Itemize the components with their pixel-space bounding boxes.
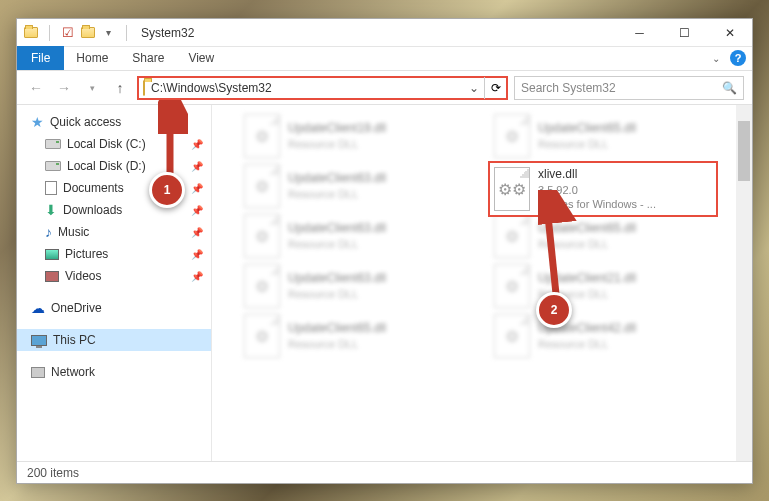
videos-icon xyxy=(45,271,59,282)
up-button[interactable]: ↑ xyxy=(109,77,131,99)
maximize-button[interactable]: ☐ xyxy=(662,19,707,47)
sidebar-network[interactable]: Network xyxy=(17,361,211,383)
file-item[interactable]: ⚙UpdateClient19.dllResource DLL xyxy=(242,111,462,161)
pin-icon: 📌 xyxy=(191,271,203,282)
address-bar[interactable]: C:\Windows\System32 ⌄ ⟳ xyxy=(137,76,508,100)
music-icon: ♪ xyxy=(45,224,52,240)
scroll-thumb[interactable] xyxy=(738,121,750,181)
network-icon xyxy=(31,367,45,378)
sidebar-local-c[interactable]: Local Disk (C:)📌 xyxy=(17,133,211,155)
file-item[interactable]: ⚙UpdateClient63.dllResource DLL xyxy=(242,161,462,211)
sidebar-local-d[interactable]: Local Disk (D:)📌 xyxy=(17,155,211,177)
dll-icon: ⚙ xyxy=(244,314,280,358)
address-path: C:\Windows\System32 xyxy=(149,81,464,95)
pc-icon xyxy=(31,335,47,346)
search-input[interactable]: Search System32 🔍 xyxy=(514,76,744,100)
minimize-button[interactable]: ─ xyxy=(617,19,662,47)
sidebar-this-pc[interactable]: This PC xyxy=(17,329,211,351)
file-item[interactable]: ⚙UpdateClient65.dllResource DLL xyxy=(492,211,712,261)
file-version: 3.5.92.0 xyxy=(538,183,656,197)
ribbon-collapse-icon[interactable]: ⌄ xyxy=(712,53,720,64)
titlebar: ☑ ▾ System32 ─ ☐ ✕ xyxy=(17,19,752,47)
pin-icon: 📌 xyxy=(191,139,203,150)
item-count: 200 items xyxy=(27,466,79,480)
dll-icon: ⚙ xyxy=(494,264,530,308)
drive-icon xyxy=(45,139,61,149)
navigation-bar: ← → ▾ ↑ C:\Windows\System32 ⌄ ⟳ Search S… xyxy=(17,71,752,105)
recent-dropdown-icon[interactable]: ▾ xyxy=(81,77,103,99)
forward-button[interactable]: → xyxy=(53,77,75,99)
sidebar-videos[interactable]: Videos📌 xyxy=(17,265,211,287)
dll-icon: ⚙ xyxy=(244,214,280,258)
callout-1: 1 xyxy=(149,172,185,208)
dll-icon: ⚙ xyxy=(494,114,530,158)
scrollbar[interactable] xyxy=(736,105,752,461)
sidebar-onedrive[interactable]: ☁OneDrive xyxy=(17,297,211,319)
file-item[interactable]: ⚙UpdateClient63.dllResource DLL xyxy=(242,211,462,261)
search-icon: 🔍 xyxy=(722,81,737,95)
file-tab[interactable]: File xyxy=(17,46,64,70)
new-folder-icon[interactable] xyxy=(80,25,96,41)
quick-access-toolbar: ☑ ▾ xyxy=(17,25,139,41)
file-name: xlive.dll xyxy=(538,167,656,183)
body-area: ★Quick access Local Disk (C:)📌 Local Dis… xyxy=(17,105,752,461)
cloud-icon: ☁ xyxy=(31,300,45,316)
dll-icon: ⚙ xyxy=(244,114,280,158)
view-tab[interactable]: View xyxy=(176,46,226,70)
file-list[interactable]: ⚙UpdateClient19.dllResource DLL ⚙UpdateC… xyxy=(212,105,752,461)
file-item[interactable]: ⚙UpdateClient21.dllResource DLL xyxy=(492,261,712,311)
dll-icon: ⚙⚙ xyxy=(494,167,530,211)
dll-icon: ⚙ xyxy=(494,214,530,258)
file-item-xlive[interactable]: ⚙⚙ xlive.dll 3.5.92.0 Games for Windows … xyxy=(488,161,718,217)
pin-icon: 📌 xyxy=(191,205,203,216)
address-dropdown-icon[interactable]: ⌄ xyxy=(464,81,484,95)
pin-icon: 📌 xyxy=(191,161,203,172)
status-bar: 200 items xyxy=(17,461,752,483)
ribbon-tabs: File Home Share View ⌄ ? xyxy=(17,47,752,71)
folder-icon xyxy=(23,25,39,41)
dll-icon: ⚙ xyxy=(244,164,280,208)
pin-icon: 📌 xyxy=(191,227,203,238)
drive-icon xyxy=(45,161,61,171)
sidebar-quick-access[interactable]: ★Quick access xyxy=(17,111,211,133)
navigation-pane: ★Quick access Local Disk (C:)📌 Local Dis… xyxy=(17,105,212,461)
file-item[interactable]: ⚙UpdateClient65.dllResource DLL xyxy=(492,111,712,161)
download-icon: ⬇ xyxy=(45,202,57,218)
pictures-icon xyxy=(45,249,59,260)
callout-2: 2 xyxy=(536,292,572,328)
star-icon: ★ xyxy=(31,114,44,130)
search-placeholder: Search System32 xyxy=(521,81,616,95)
sidebar-music[interactable]: ♪Music📌 xyxy=(17,221,211,243)
dll-icon: ⚙ xyxy=(244,264,280,308)
sidebar-pictures[interactable]: Pictures📌 xyxy=(17,243,211,265)
help-icon[interactable]: ? xyxy=(730,50,746,66)
back-button[interactable]: ← xyxy=(25,77,47,99)
file-item[interactable]: ⚙UpdateClient63.dllResource DLL xyxy=(242,261,462,311)
share-tab[interactable]: Share xyxy=(120,46,176,70)
refresh-button[interactable]: ⟳ xyxy=(484,77,506,99)
explorer-window: ☑ ▾ System32 ─ ☐ ✕ File Home Share View … xyxy=(16,18,753,484)
close-button[interactable]: ✕ xyxy=(707,19,752,47)
pin-icon: 📌 xyxy=(191,249,203,260)
file-item[interactable]: ⚙UpdateClient42.dllResource DLL xyxy=(492,311,712,361)
properties-icon[interactable]: ☑ xyxy=(60,25,76,41)
window-title: System32 xyxy=(139,26,194,40)
file-item[interactable]: ⚙UpdateClient65.dllResource DLL xyxy=(242,311,462,361)
qat-dropdown-icon[interactable]: ▾ xyxy=(100,25,116,41)
dll-icon: ⚙ xyxy=(494,314,530,358)
folder-icon xyxy=(139,81,149,95)
sidebar-downloads[interactable]: ⬇Downloads📌 xyxy=(17,199,211,221)
home-tab[interactable]: Home xyxy=(64,46,120,70)
pin-icon: 📌 xyxy=(191,183,203,194)
document-icon xyxy=(45,181,57,195)
file-description: Games for Windows - ... xyxy=(538,197,656,211)
